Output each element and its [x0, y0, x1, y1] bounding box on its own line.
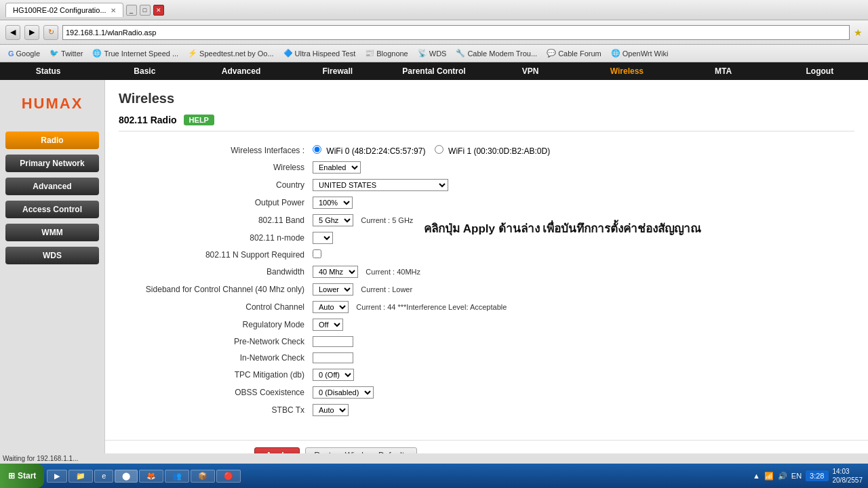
- bookmark-cablemodem[interactable]: 🔧 Cable Modem Trou...: [452, 47, 541, 59]
- bookmark-wds[interactable]: 📡 WDS: [414, 47, 451, 59]
- nav-wireless[interactable]: Wireless: [578, 62, 675, 80]
- band-select[interactable]: 5 Ghz: [313, 214, 353, 226]
- taskbar-file-manager[interactable]: 📁: [68, 470, 93, 483]
- sideband-select[interactable]: Lower: [313, 283, 353, 296]
- regulatory-mode-select[interactable]: Off: [313, 319, 343, 331]
- taskbar-items: ▶ 📁 e ⬤ 🦊 👥 📦 🔴: [44, 470, 747, 483]
- country-row: Country UNITED STATES: [119, 176, 854, 194]
- bandwidth-current: Current : 40MHz: [366, 268, 420, 276]
- close-icon[interactable]: ✕: [153, 5, 164, 16]
- taskbar-teams[interactable]: 👥: [165, 470, 189, 483]
- country-select[interactable]: UNITED STATES: [313, 179, 448, 191]
- control-channel-select[interactable]: Auto: [313, 301, 349, 313]
- band-row: 802.11 Band 5 Ghz Current : 5 GHz: [119, 211, 854, 229]
- logo: HUMAX: [22, 95, 83, 112]
- wireless-select[interactable]: Enabled: [313, 161, 361, 174]
- bookmark-twitter-label: Twitter: [61, 49, 83, 58]
- taskbar-app1[interactable]: 📦: [191, 470, 215, 483]
- sidebar-item-wmm[interactable]: WMM: [5, 224, 99, 241]
- forward-button[interactable]: ▶: [24, 25, 39, 40]
- sidebar-item-advanced[interactable]: Advanced: [5, 178, 99, 195]
- nav-status[interactable]: Status: [0, 62, 96, 80]
- media-player-icon: ▶: [54, 472, 60, 481]
- wifi0-radio[interactable]: [313, 145, 321, 154]
- teams-icon: 👥: [172, 472, 182, 481]
- nav-mta[interactable]: MTA: [675, 62, 772, 80]
- tab-close-icon[interactable]: ✕: [111, 7, 116, 14]
- wifi0-label: WiFi 0 (48:D2:24:C5:57:97): [326, 146, 425, 156]
- sideband-label: Sideband for Control Channel (40 Mhz onl…: [119, 281, 309, 298]
- bookmark-trueinternet[interactable]: 🌐 True Internet Speed ...: [88, 47, 182, 59]
- in-network-input[interactable]: [313, 352, 353, 363]
- tpc-select[interactable]: 0 (Off): [313, 369, 354, 381]
- bookmark-speedtest-label: Speedtest.net by Oo...: [199, 49, 273, 58]
- taskbar-chrome[interactable]: ⬤: [115, 470, 138, 483]
- taskbar-app2[interactable]: 🔴: [216, 470, 241, 483]
- bookmark-google[interactable]: G Google: [4, 48, 44, 59]
- nav-basic[interactable]: Basic: [96, 62, 193, 80]
- locale-label: EN: [791, 472, 802, 480]
- maximize-icon[interactable]: □: [140, 5, 151, 16]
- output-power-select[interactable]: 100%: [313, 197, 353, 209]
- wifi1-radio[interactable]: [435, 145, 443, 154]
- taskbar-ie[interactable]: e: [94, 470, 113, 483]
- page-title: Wireless: [119, 91, 854, 106]
- wifi1-label: WiFi 1 (00:30:0D:B2:AB:0D): [448, 146, 550, 156]
- minimize-icon[interactable]: _: [126, 5, 137, 16]
- back-button[interactable]: ◀: [5, 25, 20, 40]
- n-mode-select[interactable]: [313, 232, 333, 244]
- in-network-row: In-Network Check: [119, 350, 854, 366]
- pre-network-row: Pre-Network Check: [119, 333, 854, 350]
- bookmark-speedtest[interactable]: ⚡ Speedtest.net by Oo...: [184, 47, 277, 59]
- wifi0-option[interactable]: WiFi 0 (48:D2:24:C5:57:97): [313, 146, 428, 156]
- bookmark-ultrahispeed[interactable]: 🔷 Ultra Hispeed Test: [279, 47, 360, 59]
- n-support-checkbox[interactable]: [313, 249, 321, 258]
- nav-vpn[interactable]: VPN: [482, 62, 578, 80]
- clock-display: 3:28: [806, 470, 828, 481]
- nav-advanced[interactable]: Advanced: [193, 62, 289, 80]
- obss-select[interactable]: 0 (Disabled): [313, 386, 374, 399]
- bookmark-ultrahispeed-label: Ultra Hispeed Test: [295, 49, 356, 58]
- bookmark-twitter[interactable]: 🐦 Twitter: [45, 47, 87, 59]
- in-network-label: In-Network Check: [119, 350, 309, 366]
- firefox-icon: 🦊: [146, 472, 156, 481]
- n-mode-label: 802.11 n-mode: [119, 229, 309, 247]
- nav-logout[interactable]: Logout: [772, 62, 868, 80]
- tray-arrow[interactable]: ▲: [753, 472, 760, 480]
- pre-network-input[interactable]: [313, 336, 353, 347]
- control-channel-value: Auto Current : 44 ***Interference Level:…: [309, 298, 854, 316]
- help-button[interactable]: HELP: [184, 115, 214, 125]
- obss-value: 0 (Disabled): [309, 384, 854, 401]
- folder-icon: 📁: [76, 472, 85, 481]
- n-mode-row: 802.11 n-mode: [119, 229, 854, 247]
- bookmark-blognone[interactable]: 📰 Blognone: [361, 47, 412, 59]
- twitter-icon: 🐦: [50, 49, 59, 58]
- wifi1-option[interactable]: WiFi 1 (00:30:0D:B2:AB:0D): [435, 146, 550, 156]
- sidebar-item-access-control[interactable]: Access Control: [5, 201, 99, 218]
- start-button[interactable]: ⊞ Start: [0, 464, 44, 488]
- band-current: Current : 5 GHz: [361, 216, 413, 224]
- taskbar-media-player[interactable]: ▶: [47, 470, 67, 483]
- taskbar-firefox[interactable]: 🦊: [139, 470, 163, 483]
- wireless-value: Enabled: [309, 159, 854, 176]
- wireless-interfaces-label: Wireless Interfaces :: [119, 142, 309, 159]
- browser-tab[interactable]: HG100RE-02 Configuratio... ✕: [5, 3, 123, 17]
- nav-firewall[interactable]: Firewall: [290, 62, 386, 80]
- nav-parental-control[interactable]: Parental Control: [386, 62, 482, 80]
- bandwidth-select[interactable]: 40 Mhz: [313, 266, 358, 278]
- sidebar-item-wds[interactable]: WDS: [5, 247, 99, 264]
- band-label: 802.11 Band: [119, 211, 309, 229]
- stbc-row: STBC Tx Auto: [119, 401, 854, 419]
- sideband-current: Current : Lower: [361, 285, 412, 293]
- bookmark-cableforum[interactable]: 💬 Cable Forum: [542, 47, 606, 59]
- sidebar-item-radio[interactable]: Radio: [5, 131, 99, 149]
- bookmark-openwrt[interactable]: 🌐 OpenWrt Wiki: [607, 47, 673, 59]
- star-icon[interactable]: ★: [854, 27, 863, 38]
- datetime-display: 14:03 20/8/2557: [833, 467, 863, 485]
- reload-button[interactable]: ↻: [43, 25, 58, 40]
- stbc-select[interactable]: Auto: [313, 404, 349, 416]
- sidebar-item-primary-network[interactable]: Primary Network: [5, 155, 99, 172]
- obss-row: OBSS Coexistence 0 (Disabled): [119, 384, 854, 401]
- bookmark-trueinternet-label: True Internet Speed ...: [104, 49, 178, 58]
- address-bar[interactable]: [62, 25, 850, 40]
